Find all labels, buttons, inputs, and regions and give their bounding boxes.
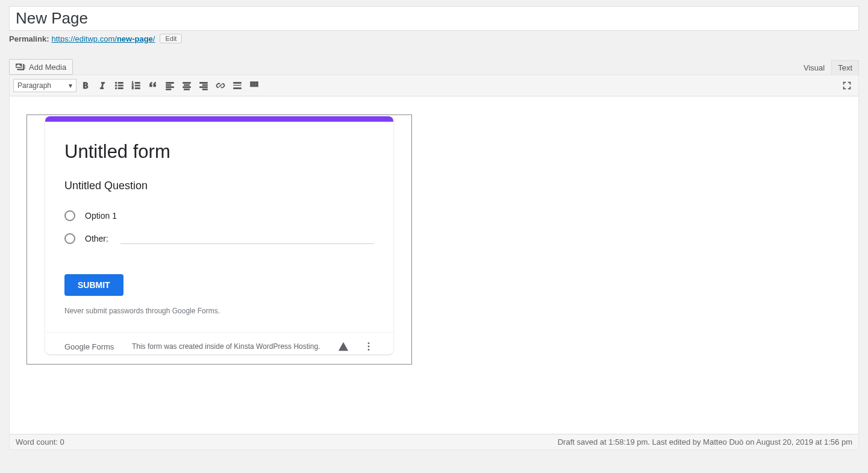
form-disclaimer: Never submit passwords through Google Fo… [45, 296, 393, 328]
add-media-label: Add Media [29, 63, 66, 72]
svg-rect-13 [166, 84, 171, 86]
format-label: Paragraph [17, 81, 51, 90]
editor-canvas[interactable]: Untitled form Untitled Question Option 1… [10, 96, 858, 434]
permalink-trail: / [153, 34, 155, 43]
svg-rect-29 [256, 82, 258, 84]
more-icon[interactable] [363, 341, 374, 352]
question-title: Untitled Question [64, 180, 374, 192]
media-icon [16, 62, 25, 72]
numbered-list-button[interactable]: 123 [128, 78, 144, 93]
svg-rect-24 [234, 83, 242, 84]
link-button[interactable] [213, 78, 228, 93]
other-input-line[interactable] [120, 233, 374, 244]
submit-button[interactable]: SUBMIT [64, 274, 123, 296]
google-forms-brand[interactable]: Google Forms [64, 342, 114, 351]
fullscreen-button[interactable] [839, 78, 855, 93]
svg-rect-30 [251, 84, 253, 87]
svg-rect-26 [234, 88, 242, 89]
svg-rect-10 [135, 85, 140, 86]
svg-rect-31 [253, 84, 255, 87]
svg-rect-21 [202, 84, 207, 86]
edit-permalink-button[interactable]: Edit [160, 34, 182, 43]
warning-icon[interactable] [338, 341, 349, 352]
italic-button[interactable] [95, 78, 110, 93]
radio-icon [64, 233, 75, 244]
option-other-label: Other: [85, 234, 108, 243]
svg-point-1 [115, 85, 117, 87]
svg-rect-27 [251, 82, 253, 84]
add-media-button[interactable]: Add Media [9, 59, 73, 75]
svg-text:3: 3 [132, 86, 134, 90]
read-more-button[interactable] [229, 78, 245, 93]
word-count: Word count: 0 [16, 437, 64, 446]
svg-rect-19 [184, 89, 190, 90]
option-label: Option 1 [85, 211, 117, 221]
align-left-button[interactable] [162, 78, 178, 93]
permalink-slug: new-page [117, 34, 153, 43]
svg-rect-23 [202, 89, 207, 90]
form-accent-bar [45, 116, 393, 122]
svg-rect-3 [118, 83, 123, 84]
form-title: Untitled form [45, 122, 393, 163]
title-input[interactable] [10, 7, 858, 30]
svg-rect-11 [135, 88, 140, 89]
svg-point-33 [368, 342, 370, 344]
svg-rect-15 [166, 89, 171, 90]
svg-rect-9 [135, 83, 140, 84]
form-footer-text: This form was created inside of Kinsta W… [132, 342, 320, 351]
svg-rect-12 [166, 83, 174, 84]
option-row-other[interactable]: Other: [64, 227, 374, 250]
svg-rect-5 [118, 88, 123, 89]
svg-rect-28 [253, 82, 255, 84]
toolbar-toggle-button[interactable] [246, 78, 262, 93]
google-form-embed: Untitled form Untitled Question Option 1… [27, 114, 412, 365]
bold-button[interactable] [78, 78, 93, 93]
radio-icon [64, 210, 75, 221]
align-center-button[interactable] [179, 78, 195, 93]
svg-rect-20 [200, 83, 208, 84]
svg-rect-25 [234, 85, 242, 86]
title-container [9, 6, 859, 31]
option-row-1[interactable]: Option 1 [64, 204, 374, 227]
svg-rect-4 [118, 85, 123, 86]
permalink-row: Permalink: https://editwp.com/new-page/ … [9, 34, 859, 43]
editor-frame: Paragraph ▾ 123 Untit [9, 75, 859, 450]
format-select[interactable]: Paragraph ▾ [13, 79, 76, 92]
svg-rect-32 [256, 84, 258, 87]
svg-rect-14 [166, 87, 174, 88]
tab-visual[interactable]: Visual [797, 60, 831, 75]
status-bar: Word count: 0 Draft saved at 1:58:19 pm.… [10, 434, 858, 450]
svg-point-2 [115, 87, 117, 89]
align-right-button[interactable] [196, 78, 211, 93]
toolbar: Paragraph ▾ 123 [10, 75, 858, 96]
svg-point-0 [115, 82, 117, 84]
permalink-label: Permalink: [9, 34, 49, 43]
svg-rect-17 [184, 84, 190, 86]
permalink-base: https://editwp.com/ [51, 34, 116, 43]
permalink-link[interactable]: https://editwp.com/new-page/ [51, 34, 155, 43]
save-status: Draft saved at 1:58:19 pm. Last edited b… [558, 437, 852, 446]
bullet-list-button[interactable] [111, 78, 127, 93]
svg-rect-22 [200, 87, 208, 88]
svg-point-34 [368, 346, 370, 348]
editor-tabs: Visual Text [797, 60, 859, 75]
svg-point-35 [368, 349, 370, 351]
svg-rect-18 [183, 87, 191, 88]
blockquote-button[interactable] [145, 78, 161, 93]
svg-rect-16 [183, 83, 191, 84]
tab-text[interactable]: Text [831, 60, 859, 75]
chevron-down-icon: ▾ [69, 81, 72, 90]
